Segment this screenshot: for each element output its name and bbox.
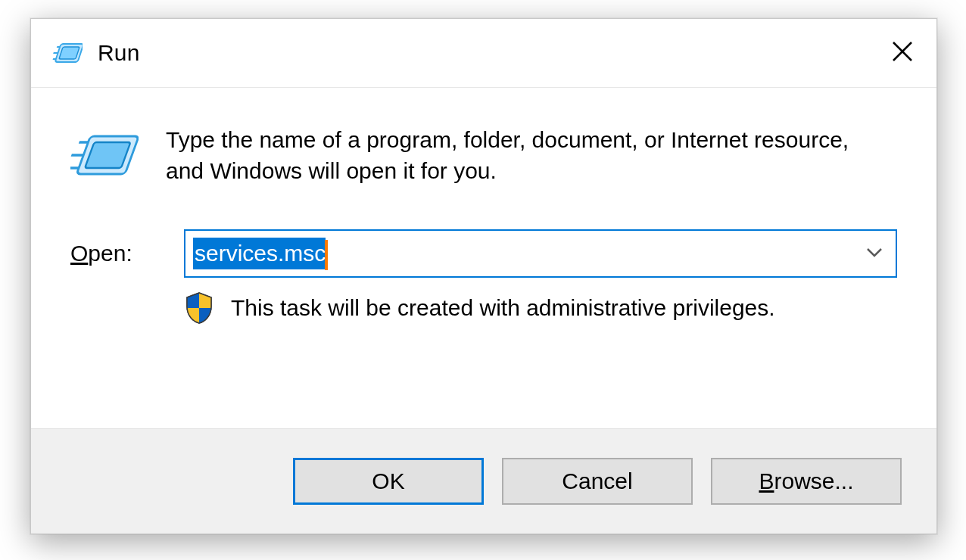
close-icon — [891, 40, 914, 67]
titlebar: Run — [31, 19, 936, 88]
dialog-body: Type the name of a program, folder, docu… — [31, 88, 936, 428]
open-row: Open: services.msc — [70, 229, 897, 278]
open-input[interactable]: services.msc — [185, 231, 853, 276]
description-text: Type the name of a program, folder, docu… — [166, 124, 893, 187]
open-combobox[interactable]: services.msc — [184, 229, 897, 278]
shield-icon — [184, 291, 214, 325]
window-title: Run — [98, 40, 868, 66]
cancel-button[interactable]: Cancel — [502, 458, 693, 505]
description-row: Type the name of a program, folder, docu… — [70, 124, 897, 187]
button-row: OK Cancel Browse... — [31, 428, 936, 534]
text-caret — [325, 240, 328, 270]
close-button[interactable] — [868, 19, 936, 87]
browse-button-label: Browse... — [759, 468, 853, 494]
svg-rect-1 — [59, 47, 79, 59]
ok-button-label: OK — [372, 468, 404, 494]
combobox-dropdown-button[interactable] — [853, 231, 896, 276]
run-icon-large — [70, 129, 139, 185]
run-dialog: Run Type the name of a pro — [30, 18, 937, 534]
open-input-selection: services.msc — [193, 238, 326, 269]
run-icon — [52, 38, 83, 68]
open-label: Open: — [70, 241, 184, 266]
admin-note-row: This task will be created with administr… — [184, 291, 897, 325]
chevron-down-icon — [865, 242, 884, 265]
ok-button[interactable]: OK — [293, 458, 484, 505]
browse-button[interactable]: Browse... — [711, 458, 902, 505]
cancel-button-label: Cancel — [562, 468, 632, 494]
admin-note-text: This task will be created with administr… — [231, 295, 775, 321]
